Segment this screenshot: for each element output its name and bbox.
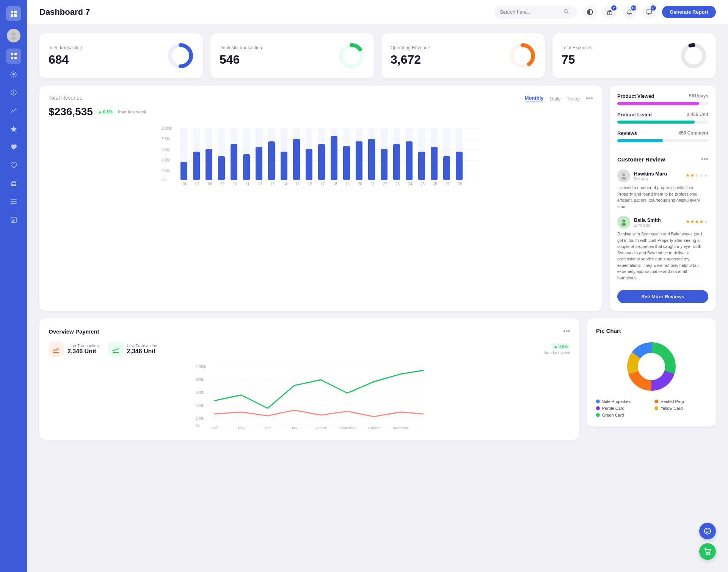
svg-rect-81 (306, 149, 312, 180)
right-bottom: Pie Chart (587, 318, 716, 440)
revenue-header: Total Revenue Monthly Daily Today ••• (49, 95, 593, 103)
svg-text:800k: 800k (162, 137, 170, 141)
svg-rect-76 (243, 154, 250, 180)
legend-rented-prop: Rented Prop (654, 399, 707, 404)
svg-text:200k: 200k (196, 416, 204, 420)
svg-point-118 (621, 177, 626, 180)
legend-label-green: Green Card (602, 413, 624, 417)
svg-text:07: 07 (195, 182, 200, 186)
sidebar-item-favorites[interactable] (6, 121, 21, 136)
generate-report-button[interactable]: Generate Report (662, 6, 716, 18)
svg-text:400k: 400k (196, 403, 204, 407)
stat-info-domestic: Domestic transaction 546 (220, 45, 262, 67)
sidebar-item-reports[interactable] (6, 212, 21, 227)
tab-monthly[interactable]: Monthly (525, 95, 544, 102)
reviewer-stars-2: ★★★★★ (686, 219, 708, 224)
revenue-title: Total Revenue (49, 95, 83, 101)
svg-text:August: August (315, 426, 326, 429)
chat-icon-btn[interactable]: 5 (642, 5, 656, 19)
revenue-tabs: Monthly Daily Today ••• (525, 95, 593, 103)
svg-text:22: 22 (383, 182, 388, 186)
svg-rect-77 (256, 147, 262, 180)
svg-text:800k: 800k (196, 378, 204, 382)
sidebar-item-settings[interactable] (6, 67, 21, 82)
tab-daily[interactable]: Daily (549, 96, 560, 102)
float-chat-button[interactable] (699, 523, 716, 539)
metric-product-viewed: Product Viewed 561/days (617, 93, 708, 105)
stat-label-inter: Inter. transaction (49, 45, 82, 50)
sidebar-item-wishlist[interactable] (6, 158, 21, 173)
svg-text:19: 19 (345, 182, 350, 186)
svg-rect-82 (318, 144, 325, 180)
svg-text:10: 10 (233, 182, 237, 186)
svg-text:June: June (264, 426, 271, 429)
svg-text:25: 25 (420, 182, 425, 186)
payment-card: Overview Payment ••• High Transaction 2,… (39, 318, 579, 440)
svg-text:1000k: 1000k (162, 126, 172, 130)
svg-text:21: 21 (370, 182, 375, 186)
tab-today[interactable]: Today (566, 96, 580, 102)
svg-text:May: May (238, 426, 245, 429)
sidebar-item-menu[interactable] (6, 194, 21, 209)
svg-point-13 (13, 91, 14, 92)
sidebar-item-print[interactable] (6, 176, 21, 191)
review-text-1: I viewed a number of properties with Jus… (617, 185, 708, 210)
sidebar-item-dashboard[interactable] (6, 49, 21, 64)
stat-value-expenses: 75 (562, 53, 592, 67)
svg-rect-91 (431, 147, 438, 180)
reviewer-info-1: Hawkins Maru 5m ago ★★★★★ (617, 169, 708, 182)
donut-expenses (680, 42, 707, 69)
middle-section: Total Revenue Monthly Daily Today ••• $2… (39, 86, 716, 311)
svg-text:600k: 600k (196, 390, 204, 395)
svg-rect-16 (12, 184, 15, 185)
revenue-more-icon[interactable]: ••• (586, 95, 593, 103)
see-more-reviews-button[interactable]: See More Reviews (617, 290, 708, 303)
reviews-header: Customer Review ••• (617, 155, 708, 163)
metric-label-reviews: Reviews (617, 130, 637, 136)
svg-text:16: 16 (308, 182, 312, 186)
metric-label-viewed: Product Viewed (617, 93, 654, 99)
reviews-more-icon[interactable]: ••• (701, 155, 708, 163)
search-input[interactable] (500, 9, 560, 15)
legend-green-card: Green Card (596, 413, 648, 417)
stat-value-inter: 684 (49, 53, 82, 67)
progress-bar-listed (617, 121, 708, 124)
reviewer-time-2: 20m ago (634, 223, 661, 227)
legend-dot-yellow (654, 406, 658, 410)
svg-text:October: October (368, 426, 380, 429)
svg-rect-83 (331, 136, 337, 180)
stat-card-revenue: Operating Revenue 3,672 (381, 33, 545, 78)
gift-icon-btn[interactable]: 2 (603, 5, 617, 19)
legend-label-rented: Rented Prop (661, 399, 684, 404)
svg-text:0k: 0k (162, 177, 166, 182)
sidebar-item-likes[interactable] (6, 139, 21, 155)
main-content: Dashboard 7 2 12 5 Generate Report (27, 0, 728, 572)
svg-point-151 (709, 554, 710, 555)
header: Dashboard 7 2 12 5 Generate Report (27, 0, 728, 24)
float-cart-button[interactable] (699, 543, 716, 560)
payment-pct-area: ▲ 0,8% than last week (544, 342, 570, 357)
reviews-section: Customer Review ••• Hawkins Maru 5m ago (617, 149, 708, 303)
sidebar-item-analytics[interactable] (6, 103, 21, 118)
high-transaction-info: High Transaction 2,346 Unit (67, 343, 99, 355)
reviewer-details-2: Bella Smith 20m ago (634, 217, 661, 227)
svg-text:200k: 200k (162, 169, 170, 173)
donut-domestic (338, 42, 365, 69)
svg-text:600k: 600k (162, 147, 170, 152)
payment-more-icon[interactable]: ••• (563, 328, 570, 335)
progress-fill-listed (617, 121, 695, 124)
metric-header-reviews: Reviews 456 Comment (617, 130, 708, 136)
sidebar-item-info[interactable] (6, 85, 21, 100)
sidebar-logo[interactable] (6, 6, 21, 21)
stat-card-expenses: Total Expenses 75 (552, 33, 716, 78)
bell-icon-btn[interactable]: 12 (623, 5, 636, 19)
svg-text:April: April (211, 426, 218, 429)
avatar[interactable] (7, 29, 20, 42)
svg-rect-1 (14, 11, 17, 13)
theme-toggle[interactable] (583, 5, 597, 19)
legend-dot-green (596, 413, 600, 417)
progress-fill-viewed (617, 102, 699, 105)
svg-rect-7 (14, 53, 17, 55)
stat-label-domestic: Domestic transaction (220, 45, 262, 50)
svg-rect-0 (11, 11, 13, 13)
